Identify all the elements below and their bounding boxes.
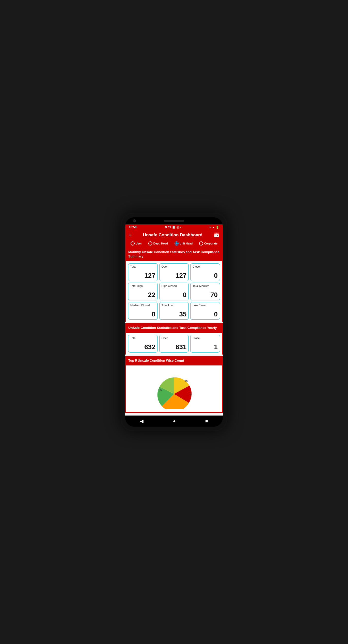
stat-value-total: 127 xyxy=(130,268,155,279)
monthly-stats-grid: Total 127 Open 127 Close 0 Total High 22… xyxy=(125,261,223,322)
stat-label-yearly-total: Total xyxy=(130,336,155,340)
stat-value-high-closed: 0 xyxy=(162,287,187,299)
stat-value-yearly-total: 632 xyxy=(130,340,155,351)
stat-label-yearly-close: Close xyxy=(193,336,218,340)
stat-label-low-closed: Low Closed xyxy=(193,304,218,307)
radio-circle-dept-head xyxy=(148,241,152,246)
app-title: Unsafe Condition Dashboard xyxy=(132,233,214,238)
yearly-stats-grid: Total 632 Open 631 Close 1 xyxy=(125,333,223,355)
battery-icon: 🔋 xyxy=(216,226,219,229)
stat-value-low-closed: 0 xyxy=(193,307,218,318)
signal-icon: ▲ xyxy=(212,226,215,229)
radio-tab-dept-head[interactable]: Dept. Head xyxy=(148,241,168,246)
stat-label-close: Close xyxy=(193,265,218,268)
stat-value-close: 0 xyxy=(193,268,218,279)
shield-icon: 🛡 xyxy=(168,226,171,229)
phone-screen: 10:50 ⚙ 🛡 📋 @ • ▾ ▲ 🔋 ≡ Unsafe Condition… xyxy=(125,217,223,427)
app-bar: ≡ Unsafe Condition Dashboard 📅 xyxy=(125,230,223,240)
home-button[interactable]: ● xyxy=(173,419,176,424)
stat-card-medium-closed: Medium Closed 0 xyxy=(128,302,158,320)
sim-icon: 📋 xyxy=(172,226,176,229)
stat-label-total: Total xyxy=(130,265,155,268)
stat-label-total-medium: Total Medium xyxy=(193,284,218,287)
yearly-section-header: UnSafe Condition Statistics and Task Com… xyxy=(125,323,223,333)
radio-label-user: User xyxy=(136,242,142,245)
stat-value-total-medium: 70 xyxy=(193,287,218,299)
status-right-icons: ▾ ▲ 🔋 xyxy=(209,226,219,229)
at-icon: @ xyxy=(177,226,179,229)
stat-card-yearly-close: Close 1 xyxy=(190,335,220,352)
radio-label-dept-head: Dept. Head xyxy=(153,242,168,245)
phone-top-bar xyxy=(125,217,223,224)
stat-label-total-low: Total Low xyxy=(162,304,187,307)
calendar-icon[interactable]: 📅 xyxy=(214,232,219,238)
stat-card-yearly-open: Open 631 xyxy=(159,335,189,352)
main-content: Monthly Unsafe Condition Statistics and … xyxy=(125,248,223,416)
wifi-icon: ▾ xyxy=(209,226,211,229)
radio-circle-unit-head xyxy=(175,241,179,246)
radio-label-unit-head: Unit Head xyxy=(180,242,193,245)
pie-label-55: — 55 xyxy=(181,379,188,382)
radio-tab-unit-head[interactable]: Unit Head xyxy=(175,241,193,246)
pie-label-66: 66 — xyxy=(159,388,165,391)
radio-circle-corporate xyxy=(199,241,203,246)
monthly-section-header: Monthly Unsafe Condition Statistics and … xyxy=(125,248,223,261)
recent-button[interactable]: ■ xyxy=(205,419,208,424)
radio-tab-corporate[interactable]: Corporate xyxy=(199,241,218,246)
stat-value-yearly-open: 631 xyxy=(162,340,187,351)
phone-frame: 10:50 ⚙ 🛡 📋 @ • ▾ ▲ 🔋 ≡ Unsafe Condition… xyxy=(121,213,227,431)
stat-value-total-high: 22 xyxy=(130,287,155,299)
stat-label-open: Open xyxy=(162,265,187,268)
stat-value-medium-closed: 0 xyxy=(130,307,155,318)
radio-label-corporate: Corporate xyxy=(204,242,218,245)
pie-label-51: — 51 xyxy=(186,393,193,396)
pie-chart-container: — 55 — 51 66 — xyxy=(146,369,202,409)
camera-icon xyxy=(133,219,136,222)
pie-chart-svg: — 55 — 51 66 — xyxy=(146,369,202,409)
stat-card-low-closed: Low Closed 0 xyxy=(190,302,220,320)
stat-card-total-high: Total High 22 xyxy=(128,283,158,300)
stat-card-yearly-total: Total 632 xyxy=(128,335,158,352)
radio-circle-user xyxy=(131,241,135,246)
stat-card-total: Total 127 xyxy=(128,263,158,281)
gear-icon: ⚙ xyxy=(165,226,167,229)
back-button[interactable]: ◀ xyxy=(140,418,144,424)
status-bar: 10:50 ⚙ 🛡 📋 @ • ▾ ▲ 🔋 xyxy=(125,224,223,230)
stat-card-total-medium: Total Medium 70 xyxy=(190,283,220,300)
bottom-nav: ◀ ● ■ xyxy=(125,416,223,427)
stat-card-total-low: Total Low 35 xyxy=(159,302,189,320)
status-icons: ⚙ 🛡 📋 @ • xyxy=(165,226,181,229)
status-time: 10:50 xyxy=(129,225,137,229)
stat-card-close: Close 0 xyxy=(190,263,220,281)
stat-label-medium-closed: Medium Closed xyxy=(130,304,155,307)
stat-label-total-high: Total High xyxy=(130,284,155,287)
pie-section-header: Top 5 Unsafe Condition Wise Count xyxy=(125,356,223,365)
stat-card-open: Open 127 xyxy=(159,263,189,281)
stat-value-open: 127 xyxy=(162,268,187,279)
pie-chart-section: — 55 — 51 66 — xyxy=(125,365,223,413)
stat-label-high-closed: High Closed xyxy=(162,284,187,287)
stat-value-total-low: 35 xyxy=(162,307,187,318)
hamburger-icon[interactable]: ≡ xyxy=(129,232,132,238)
speaker-bar xyxy=(164,220,184,222)
stat-value-yearly-close: 1 xyxy=(193,340,218,351)
stat-label-yearly-open: Open xyxy=(162,336,187,340)
radio-tab-user[interactable]: User xyxy=(131,241,142,246)
dot-icon: • xyxy=(180,226,181,229)
radio-tabs: User Dept. Head Unit Head Corporate xyxy=(125,240,223,248)
stat-card-high-closed: High Closed 0 xyxy=(159,283,189,300)
